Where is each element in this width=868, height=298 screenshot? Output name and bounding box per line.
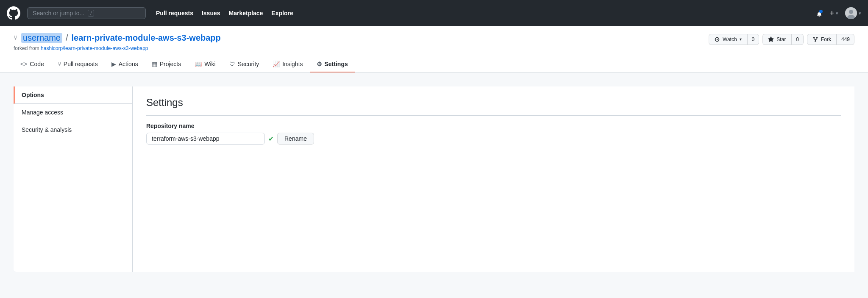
fork-source-link[interactable]: hashicorp/learn-private-module-aws-s3-we… [41,45,148,51]
new-menu-button[interactable]: + ▾ [829,9,838,18]
watch-count[interactable]: 0 [747,34,760,45]
tab-actions[interactable]: ▶ Actions [105,56,145,72]
search-placeholder: Search or jump to... [33,10,84,17]
repo-header: ⑂ username / learn-private-module-aws-s3… [0,26,868,73]
repo-owner[interactable]: username [21,33,62,43]
repo-name-label: Repository name [146,123,841,129]
repo-name-group: Repository name ✔ Rename [146,123,841,145]
svg-point-1 [849,10,853,14]
search-box[interactable]: Search or jump to... / [27,7,146,19]
security-icon: 🛡 [229,61,235,67]
watch-label: Watch [723,36,737,42]
projects-icon: ▦ [152,61,157,67]
tab-pull-requests[interactable]: ⑂ Pull requests [51,56,105,72]
top-nav-links: Pull requests Issues Marketplace Explore [156,10,293,17]
tab-security[interactable]: 🛡 Security [223,56,266,72]
user-menu[interactable]: ▾ [845,7,861,19]
notifications-button[interactable] [816,10,823,17]
code-icon: <> [20,61,27,67]
star-group: Star 0 [762,34,804,45]
top-nav: Search or jump to... / Pull requests Iss… [0,0,868,26]
settings-icon: ⚙ [317,61,322,67]
fork-info: forked from hashicorp/learn-private-modu… [14,45,854,51]
search-kbd: / [88,10,94,17]
fork-count[interactable]: 449 [837,34,854,45]
nav-issues[interactable]: Issues [202,10,220,17]
nav-marketplace[interactable]: Marketplace [229,10,263,17]
repo-name-input-row: ✔ Rename [146,133,841,145]
watch-group: Watch ▾ 0 [709,34,759,45]
repo-name-input[interactable] [146,133,265,145]
avatar[interactable] [845,7,857,19]
star-button[interactable]: Star [762,34,791,45]
sidebar-item-manage-access[interactable]: Manage access [14,104,132,121]
wiki-icon: 📖 [195,61,202,67]
sidebar-item-options[interactable]: Options [14,86,132,104]
github-logo[interactable] [7,6,20,20]
repo-title-actions: ⑂ username / learn-private-module-aws-s3… [14,33,854,45]
rename-button[interactable]: Rename [277,133,314,145]
settings-main: Settings Repository name ✔ Rename [132,86,854,272]
repo-title-row: ⑂ username / learn-private-module-aws-s3… [14,33,702,43]
repo-separator: / [66,33,68,43]
pull-request-icon: ⑂ [58,61,61,67]
tab-insights[interactable]: 📈 Insights [266,56,309,72]
tab-projects[interactable]: ▦ Projects [145,56,188,72]
main-content: Options Manage access Security & analysi… [0,73,868,285]
actions-icon: ▶ [111,61,116,67]
star-label: Star [776,36,786,42]
repo-fork-icon: ⑂ [14,34,18,42]
settings-sidebar: Options Manage access Security & analysi… [14,86,132,272]
fork-label: Fork [821,36,831,42]
insights-icon: 📈 [273,61,280,67]
settings-title: Settings [146,97,841,116]
top-nav-right: + ▾ ▾ [816,7,861,19]
tab-wiki[interactable]: 📖 Wiki [188,56,222,72]
nav-explore[interactable]: Explore [271,10,293,17]
tab-settings[interactable]: ⚙ Settings [310,56,355,72]
checkmark-icon: ✔ [268,135,274,143]
repo-actions: Watch ▾ 0 Star 0 Fork 449 [705,34,854,45]
repo-tabs: <> Code ⑂ Pull requests ▶ Actions ▦ Proj… [14,56,854,72]
tab-code[interactable]: <> Code [14,56,51,72]
nav-pull-requests[interactable]: Pull requests [156,10,193,17]
fork-button[interactable]: Fork [807,34,837,45]
watch-button[interactable]: Watch ▾ [709,34,747,45]
star-count[interactable]: 0 [791,34,804,45]
repo-name[interactable]: learn-private-module-aws-s3-webapp [72,33,221,43]
fork-group: Fork 449 [807,34,854,45]
sidebar-item-security-analysis[interactable]: Security & analysis [14,121,132,138]
